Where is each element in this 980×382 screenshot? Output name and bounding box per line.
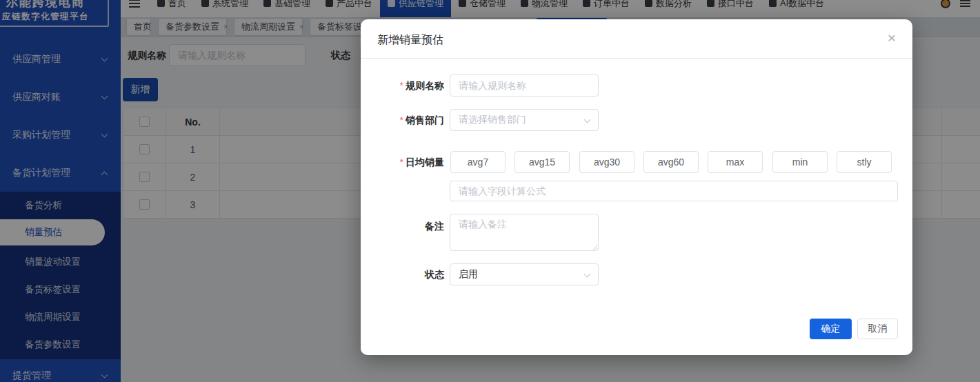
avg7-button[interactable]: avg7 [450, 151, 506, 173]
formula-input[interactable] [450, 181, 898, 201]
avg30-button[interactable]: avg30 [579, 151, 634, 173]
avg60-button[interactable]: avg60 [643, 151, 699, 173]
sales-dept-select[interactable]: 请选择销售部门 [450, 109, 599, 131]
field-label-text: 日均销量 [406, 157, 444, 168]
confirm-button[interactable]: 确定 [810, 319, 852, 339]
required-mark: * [400, 80, 403, 91]
cancel-button[interactable]: 取消 [857, 319, 898, 339]
field-label-rule-name: *规则名称 [361, 74, 444, 97]
max-button[interactable]: max [708, 151, 763, 173]
required-mark: * [400, 157, 403, 168]
field-label-text: 销售部门 [406, 114, 444, 125]
app-screen: 尔能跨境电商 应链数字化管理平台 供应商管理 供应商对账 采购计划管理 备货计划… [0, 0, 980, 382]
field-label-remark: 备注 [361, 215, 444, 237]
field-label-daily-sales: *日均销量 [361, 151, 444, 173]
field-label-sales-dept: *销售部门 [361, 109, 444, 131]
select-value: 启用 [459, 268, 478, 281]
select-placeholder: 请选择销售部门 [459, 114, 526, 126]
modal-title: 新增销量预估 [377, 33, 443, 48]
field-label-text: 状态 [425, 269, 444, 280]
field-label-text: 规则名称 [406, 80, 444, 91]
modal-header: 新增销量预估 × [361, 19, 912, 59]
chevron-down-icon [584, 117, 591, 123]
stly-button[interactable]: stly [837, 151, 892, 173]
min-button[interactable]: min [772, 151, 828, 173]
status-select[interactable]: 启用 [450, 263, 599, 285]
add-sales-forecast-modal: 新增销量预估 × *规则名称 *销售部门 请选择销售部门 *日均销量 avg7 … [361, 19, 912, 355]
required-mark: * [400, 114, 403, 125]
avg15-button[interactable]: avg15 [514, 151, 570, 173]
chevron-down-icon [584, 271, 591, 278]
remark-textarea[interactable] [450, 214, 599, 251]
rule-name-input[interactable] [450, 74, 599, 97]
field-label-text: 备注 [425, 221, 444, 232]
close-icon[interactable]: × [888, 30, 896, 45]
field-label-status: 状态 [361, 263, 444, 285]
